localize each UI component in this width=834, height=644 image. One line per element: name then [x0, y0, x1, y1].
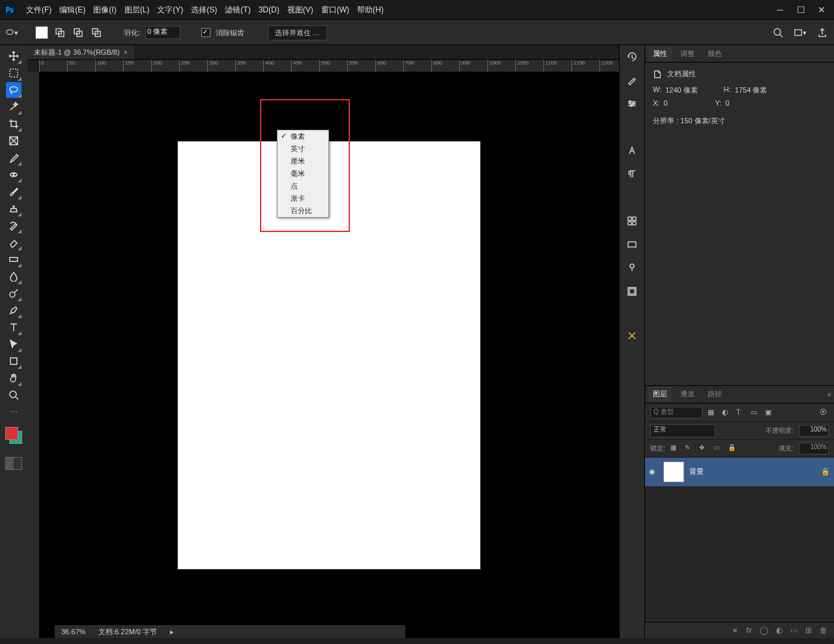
patterns-panel-icon[interactable]: [626, 261, 639, 274]
lock-artboard-icon[interactable]: ▭: [713, 444, 723, 453]
brush-tool[interactable]: [6, 184, 22, 199]
eyedropper-tool[interactable]: [6, 150, 22, 166]
ruler-unit-picas[interactable]: 派卡: [278, 192, 328, 205]
workspace-icon[interactable]: ▾: [794, 26, 807, 39]
width-value[interactable]: 1240 像素: [665, 85, 698, 95]
selection-add-icon[interactable]: [53, 26, 66, 39]
ruler-unit-percent[interactable]: 百分比: [278, 205, 328, 217]
menu-type[interactable]: 文字(Y): [153, 2, 187, 18]
tab-adjustments[interactable]: 调整: [675, 46, 700, 61]
menu-help[interactable]: 帮助(H): [353, 2, 388, 18]
window-minimize-icon[interactable]: ─: [775, 5, 784, 14]
feather-input[interactable]: 0 像素: [145, 26, 180, 39]
panel-menu-icon[interactable]: ≡: [827, 390, 831, 398]
menu-layer[interactable]: 图层(L): [121, 2, 154, 18]
shape-tool[interactable]: [6, 353, 22, 369]
gradients-panel-icon[interactable]: [626, 238, 639, 251]
edit-toolbar[interactable]: ⋯: [6, 404, 22, 420]
menu-window[interactable]: 窗口(W): [317, 2, 353, 18]
canvas[interactable]: [178, 141, 480, 569]
libraries-panel-icon[interactable]: [626, 285, 639, 298]
path-select-tool[interactable]: [6, 336, 22, 352]
filter-type-icon[interactable]: T: [736, 408, 745, 417]
history-brush-tool[interactable]: [6, 218, 22, 233]
search-icon[interactable]: [771, 26, 784, 39]
horizontal-ruler[interactable]: 0501001502002503003504004505005506007008…: [39, 60, 619, 72]
menu-select[interactable]: 选择(S): [187, 2, 221, 18]
type-tool[interactable]: [6, 319, 22, 335]
lock-transparency-icon[interactable]: ▦: [670, 444, 680, 453]
quick-mask-icon[interactable]: [5, 457, 22, 470]
selection-new-icon[interactable]: [35, 26, 48, 39]
menu-view[interactable]: 视图(V): [283, 2, 317, 18]
share-icon[interactable]: [816, 26, 829, 39]
menu-image[interactable]: 图像(I): [89, 2, 120, 18]
paragraph-panel-icon[interactable]: [626, 168, 639, 181]
clone-stamp-tool[interactable]: [6, 201, 22, 216]
window-close-icon[interactable]: ✕: [817, 5, 826, 14]
layer-name[interactable]: 背景: [689, 467, 816, 476]
frame-tool[interactable]: [6, 133, 22, 149]
dodge-tool[interactable]: [6, 285, 22, 301]
swatches-panel-icon[interactable]: [626, 214, 639, 227]
zoom-tool[interactable]: [6, 387, 22, 403]
ruler-unit-mm[interactable]: 毫米: [278, 168, 328, 180]
ruler-unit-inches[interactable]: 英寸: [278, 143, 328, 155]
filter-adjustment-icon[interactable]: ◐: [722, 408, 731, 417]
filter-smart-icon[interactable]: ▣: [765, 408, 774, 417]
menu-edit[interactable]: 编辑(E): [55, 2, 89, 18]
y-value[interactable]: 0: [725, 99, 729, 107]
tab-color[interactable]: 颜色: [702, 46, 727, 61]
ruler-unit-cm[interactable]: 厘米: [278, 155, 328, 168]
status-more-icon[interactable]: ▸: [170, 628, 174, 636]
ruler-unit-points[interactable]: 点: [278, 180, 328, 192]
crop-tool[interactable]: [6, 116, 22, 132]
vertical-ruler[interactable]: [27, 72, 40, 638]
lasso-tool-icon[interactable]: ▾: [5, 26, 18, 39]
lock-pixels-icon[interactable]: ✎: [685, 444, 694, 453]
color-swatch[interactable]: [4, 426, 23, 445]
fill-input[interactable]: 100%: [799, 443, 829, 454]
document-tab[interactable]: 未标题-1 @ 36.7%(RGB/8) ×: [27, 46, 134, 59]
layer-mask-icon[interactable]: ◯: [760, 626, 768, 635]
group-icon[interactable]: ▭: [790, 626, 798, 635]
x-value[interactable]: 0: [663, 99, 667, 107]
window-maximize-icon[interactable]: ☐: [796, 5, 805, 14]
selection-intersect-icon[interactable]: [90, 26, 103, 39]
blend-mode-select[interactable]: 正常: [650, 424, 715, 437]
character-panel-icon[interactable]: [626, 144, 639, 157]
layer-thumbnail[interactable]: [663, 461, 684, 482]
opacity-input[interactable]: 100%: [799, 425, 829, 437]
blur-tool[interactable]: [6, 269, 22, 284]
menu-3d[interactable]: 3D(D): [255, 3, 283, 17]
menu-file[interactable]: 文件(F): [22, 2, 55, 18]
visibility-icon[interactable]: ◉: [649, 467, 658, 476]
history-panel-icon[interactable]: [626, 50, 639, 63]
magic-wand-tool[interactable]: [6, 99, 22, 115]
antialias-checkbox[interactable]: [201, 28, 210, 37]
layer-style-icon[interactable]: fx: [746, 626, 752, 635]
layer-row[interactable]: ◉ 背景 🔒: [645, 458, 834, 486]
brushes-panel-icon[interactable]: [626, 74, 639, 87]
pen-tool[interactable]: [6, 302, 22, 318]
hand-tool[interactable]: [6, 370, 22, 386]
menu-filter[interactable]: 滤镜(T): [221, 2, 254, 18]
healing-tool[interactable]: [6, 167, 22, 183]
document-info[interactable]: 文档:6.22M/0 字节: [98, 627, 157, 637]
tab-paths[interactable]: 路径: [702, 387, 727, 402]
filter-toggle-icon[interactable]: ⦿: [820, 408, 829, 417]
lasso-tool[interactable]: [6, 82, 22, 98]
adjustment-layer-icon[interactable]: ◐: [776, 626, 783, 635]
brush-settings-icon[interactable]: [626, 97, 639, 110]
gradient-tool[interactable]: [6, 252, 22, 267]
close-tab-icon[interactable]: ×: [124, 48, 128, 56]
select-and-mask-button[interactable]: 选择并遮住 …: [268, 25, 327, 40]
layer-filter-select[interactable]: Q 类型: [650, 407, 702, 418]
lock-position-icon[interactable]: ✥: [699, 444, 708, 453]
layer-locked-icon[interactable]: 🔒: [821, 467, 830, 476]
filter-shape-icon[interactable]: ▭: [751, 408, 760, 417]
eraser-tool[interactable]: [6, 235, 22, 250]
tab-channels[interactable]: 通道: [675, 387, 700, 402]
ruler-unit-pixels[interactable]: 像素: [278, 130, 328, 143]
tab-layers[interactable]: 图层: [648, 387, 672, 402]
